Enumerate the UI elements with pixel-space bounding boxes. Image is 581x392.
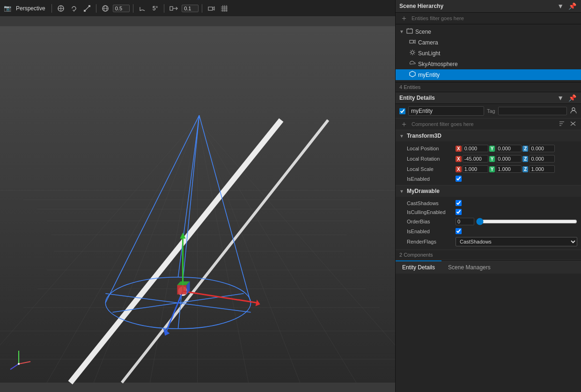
hierarchy-add-button[interactable]: ＋ (399, 15, 409, 22)
component-filter-row: ＋ (396, 118, 581, 130)
rot-x-label: X (456, 156, 462, 162)
svg-line-75 (414, 54, 415, 55)
drawable-isenabled-checkbox[interactable] (456, 228, 462, 234)
pos-y-input[interactable] (496, 145, 522, 152)
local-rotation-row: Local Rotation X Y Z (396, 154, 581, 164)
svg-rect-20 (0, 26, 395, 383)
tree-item-skyatmosphere[interactable]: SkyAtmosphere (396, 59, 581, 69)
scale-z-input[interactable] (529, 165, 555, 173)
rot-x-input[interactable] (463, 155, 488, 163)
component-add-button[interactable]: ＋ (399, 120, 409, 128)
rot-z-input[interactable] (529, 155, 555, 163)
local-position-values: X Y Z (456, 145, 577, 152)
viewport-toolbar: 📷 Perspective 0.5 5° 0.1 (0, 0, 395, 17)
separator-2 (96, 4, 96, 13)
tree-label-myentity: myEntity (418, 72, 440, 78)
mydrawable-title: MyDrawable (407, 188, 577, 194)
translate-icon-button[interactable] (168, 4, 180, 13)
transform-isenabled-label: IsEnabled (407, 176, 454, 182)
transform3d-section: ▼ Transform3D Local Position X Y Z (396, 130, 581, 185)
rot-y-input[interactable] (496, 155, 522, 163)
svg-rect-64 (407, 29, 412, 33)
renderflags-select[interactable]: CastShadows ReceiveShadows Both None (456, 237, 577, 246)
tree-item-sunlight[interactable]: SunLight (396, 48, 581, 59)
transform-isenabled-checkbox[interactable] (456, 176, 462, 182)
pos-z-label: Z (522, 146, 528, 152)
mydrawable-header[interactable]: ▼ MyDrawable (396, 185, 581, 197)
svg-rect-5 (84, 10, 86, 12)
tab-scene-managers[interactable]: Scene Managers (441, 260, 497, 274)
snap-value-input[interactable]: 0.5 (113, 5, 130, 12)
tree-label-scene: Scene (415, 29, 431, 35)
details-pin-button[interactable]: 📌 (567, 95, 577, 101)
pos-z-input[interactable] (529, 145, 555, 152)
component-sort-button[interactable] (558, 120, 566, 128)
scene-hierarchy: Scene Hierarchy ▼ 📌 ＋ ▼ Scene (396, 0, 581, 92)
angle-icon-button[interactable] (137, 4, 148, 13)
person-icon-button[interactable] (570, 107, 577, 116)
entity-details-header: Entity Details ▼ 📌 (396, 92, 581, 104)
svg-point-63 (18, 363, 20, 365)
entity-name-row: Tag (396, 104, 581, 118)
grid-button[interactable] (219, 4, 230, 13)
camera-type-button[interactable] (206, 4, 217, 13)
perspective-label: Perspective (13, 5, 48, 12)
mydrawable-body: CastShadows IsCullingEnabled OrderBias I… (396, 197, 581, 250)
pos-x-input[interactable] (463, 145, 488, 152)
bottom-tabs: Entity Details Scene Managers (396, 260, 581, 274)
hierarchy-filter-row: ＋ (396, 13, 581, 24)
svg-line-77 (411, 54, 412, 55)
scale-y-input[interactable] (496, 165, 522, 173)
hierarchy-filter-input[interactable] (412, 15, 577, 21)
tree-item-myentity[interactable]: myEntity (396, 69, 581, 80)
orderbias-slider[interactable] (476, 218, 577, 225)
component-filter-toggle-button[interactable] (569, 120, 577, 128)
entities-count: 4 Entities (396, 82, 581, 92)
tree-icon-skyatmosphere (409, 60, 416, 68)
local-scale-label: Local Scale (407, 166, 454, 172)
entity-enabled-checkbox[interactable] (399, 108, 405, 114)
transform3d-collapse-icon: ▼ (399, 133, 404, 139)
tree-item-scene[interactable]: ▼ Scene (396, 26, 581, 37)
svg-rect-12 (208, 7, 213, 10)
separator-5 (202, 4, 202, 13)
mydrawable-collapse-icon: ▼ (399, 189, 404, 194)
right-panel: Scene Hierarchy ▼ 📌 ＋ ▼ Scene (395, 0, 581, 392)
svg-rect-4 (88, 5, 90, 7)
world-icon-button[interactable] (100, 4, 111, 13)
svg-rect-67 (410, 40, 413, 43)
tree-icon-myentity (409, 71, 416, 79)
move-tool-button[interactable] (55, 4, 66, 13)
component-filter-input[interactable] (412, 121, 555, 127)
tree-label-camera: Camera (418, 39, 438, 46)
scale-tool-button[interactable] (81, 4, 93, 13)
tag-input[interactable] (498, 107, 567, 115)
hierarchy-collapse-button[interactable]: ▼ (556, 3, 565, 9)
svg-point-79 (572, 108, 575, 111)
entity-name-input[interactable] (408, 106, 484, 116)
details-collapse-button[interactable]: ▼ (556, 95, 565, 101)
scale-x-input[interactable] (463, 165, 488, 173)
tree-item-camera[interactable]: Camera (396, 37, 581, 48)
iscullingenabled-checkbox[interactable] (456, 209, 462, 215)
transform3d-header[interactable]: ▼ Transform3D (396, 130, 581, 141)
castshadows-checkbox[interactable] (456, 200, 462, 206)
viewport-canvas[interactable] (0, 17, 395, 392)
rotate-tool-button[interactable] (68, 4, 80, 13)
orderbias-input[interactable] (456, 218, 474, 225)
mydrawable-section: ▼ MyDrawable CastShadows IsCullingEnable… (396, 185, 581, 250)
drawable-isenabled-label: IsEnabled (407, 229, 454, 234)
entity-details-panel: Entity Details ▼ 📌 Tag ＋ (396, 92, 581, 392)
scene-hierarchy-header: Scene Hierarchy ▼ 📌 (396, 0, 581, 13)
scale-x-label: X (456, 166, 462, 172)
move-value-input[interactable]: 0.1 (182, 5, 199, 12)
orderbias-row: OrderBias (396, 216, 581, 227)
local-position-label: Local Position (407, 146, 454, 151)
hierarchy-pin-button[interactable]: 📌 (567, 3, 577, 9)
castshadows-label: CastShadows (407, 200, 454, 206)
scene-hierarchy-title: Scene Hierarchy (399, 3, 443, 9)
hierarchy-header-icons: ▼ 📌 (556, 3, 577, 9)
tab-entity-details[interactable]: Entity Details (396, 260, 441, 274)
renderflags-label: RenderFlags (407, 239, 454, 244)
local-scale-values: X Y Z (456, 165, 577, 173)
